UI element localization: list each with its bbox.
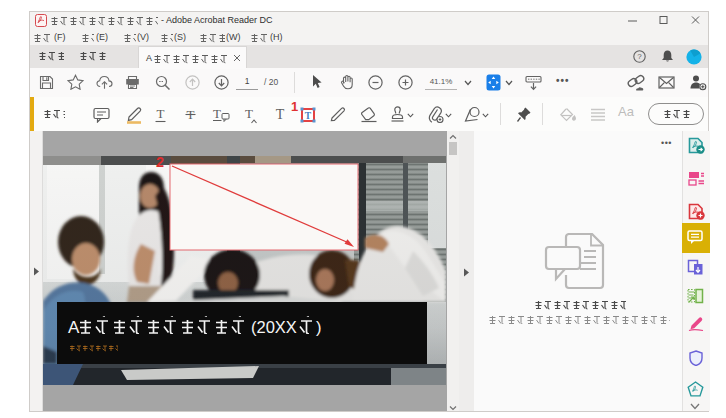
svg-text:2: 2 [156,154,164,170]
